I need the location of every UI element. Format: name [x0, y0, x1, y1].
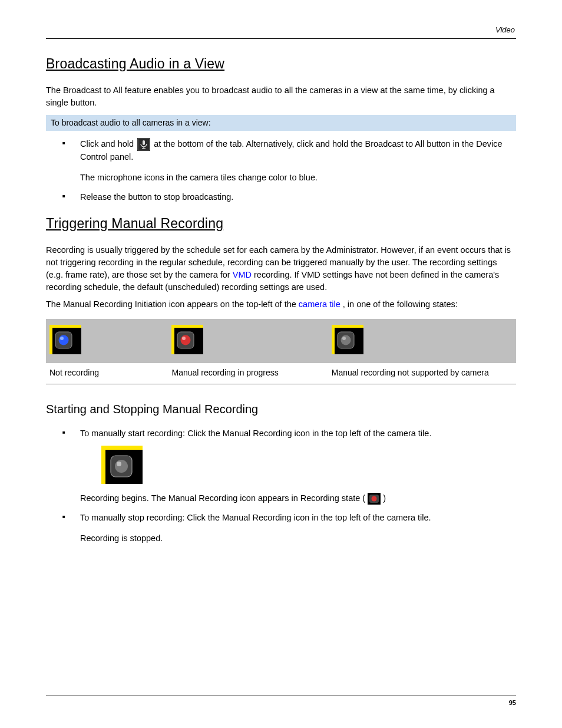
- list-item: Release the button to stop broadcasting.: [46, 191, 516, 203]
- svg-point-31: [372, 496, 377, 501]
- text: ): [383, 493, 386, 503]
- svg-point-9: [59, 335, 69, 345]
- text: , in one of the following states:: [343, 299, 458, 309]
- link-vmd[interactable]: VMD: [233, 270, 252, 279]
- text: Recording is stopped.: [80, 532, 516, 545]
- page-footer: 95: [46, 696, 516, 708]
- list-item: To manually stop recording: Click the Ma…: [46, 512, 516, 545]
- paragraph: The Broadcast to All feature enables you…: [46, 84, 516, 109]
- text: To manually start recording: Click the M…: [80, 429, 431, 438]
- heading-broadcasting-audio: Broadcasting Audio in a View: [46, 54, 516, 74]
- svg-rect-6: [49, 328, 52, 354]
- svg-rect-5: [49, 325, 81, 328]
- record-icon-unsupported: [332, 325, 363, 354]
- table-cell-label: Manual recording in progress: [168, 363, 328, 384]
- table-cell: [328, 319, 516, 363]
- svg-point-15: [181, 335, 191, 345]
- page-number: 95: [509, 699, 516, 706]
- svg-rect-2: [143, 140, 145, 145]
- list-item: To manually start recording: Click the M…: [46, 427, 516, 505]
- text: Recording begins. The Manual Recording i…: [80, 492, 516, 505]
- text: To manually stop recording: Click the Ma…: [80, 513, 431, 522]
- table-cell-label: Manual recording not supported by camera: [328, 363, 516, 384]
- svg-point-22: [342, 337, 346, 340]
- table-cell: [46, 319, 168, 363]
- svg-point-16: [182, 337, 186, 340]
- text: Click and hold: [80, 139, 136, 149]
- svg-rect-17: [332, 325, 363, 328]
- svg-rect-23: [101, 446, 143, 450]
- svg-rect-12: [171, 328, 174, 354]
- heading-start-stop-recording: Starting and Stopping Manual Recording: [46, 401, 516, 418]
- svg-point-28: [117, 462, 121, 466]
- svg-point-27: [115, 460, 128, 473]
- paragraph: Recording is usually triggered by the sc…: [46, 244, 516, 294]
- record-icon-recording: [171, 325, 203, 354]
- svg-rect-24: [101, 450, 105, 484]
- svg-rect-18: [332, 328, 335, 354]
- svg-rect-11: [171, 325, 203, 328]
- record-icon-idle: [49, 325, 81, 354]
- table-cell: [168, 319, 328, 363]
- record-icon-recording-inline: [368, 493, 381, 505]
- heading-triggering-manual-recording: Triggering Manual Recording: [46, 214, 516, 233]
- text: The Manual Recording Initiation icon app…: [46, 299, 299, 309]
- record-icon-large: [101, 446, 516, 484]
- text: Recording begins. The Manual Recording i…: [80, 493, 365, 503]
- microphone-icon: [137, 138, 150, 151]
- svg-point-10: [60, 337, 64, 340]
- link-camera-tile[interactable]: camera tile: [299, 299, 340, 309]
- table-cell-label: Not recording: [46, 363, 168, 384]
- list-item: Click and hold at the bottom of the tab.…: [46, 138, 516, 184]
- svg-point-21: [340, 335, 351, 345]
- text: The microphone icons in the camera tiles…: [80, 172, 516, 184]
- running-header: Video: [46, 25, 516, 39]
- recording-states-table: Not recording Manual recording in progre…: [46, 319, 516, 384]
- note-band: To broadcast audio to all cameras in a v…: [46, 115, 516, 130]
- paragraph: The Manual Recording Initiation icon app…: [46, 298, 516, 311]
